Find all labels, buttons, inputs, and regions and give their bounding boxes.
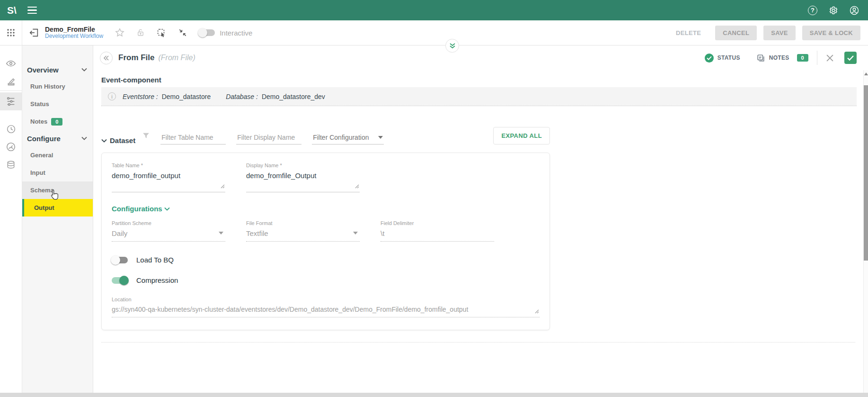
database-stack-icon[interactable] [0,156,22,174]
partition-scheme-select[interactable]: Partition Scheme Daily [112,220,225,242]
filter-funnel-icon[interactable] [142,132,150,140]
table-name-value[interactable]: demo_fromfile_output [112,171,225,180]
expand-all-button[interactable]: EXPAND ALL [493,127,550,144]
rail-divider [0,90,22,91]
visibility-eye-icon[interactable] [0,54,22,72]
resize-grip-icon[interactable] [535,307,539,316]
resize-grip-icon[interactable] [355,182,359,190]
select-components-icon[interactable] [156,27,167,38]
chevron-down-icon [101,139,107,143]
scroll-up-arrow-icon[interactable] [864,72,868,75]
sidebar-item-run-history[interactable]: Run History [22,78,93,95]
configurations-toggle[interactable]: Configurations [112,205,540,213]
filter-display-name-input[interactable] [236,132,301,144]
display-name-value[interactable]: demo_fromfile_Output [246,171,360,180]
location-field[interactable]: Location gs://syn400-qa-kubernetes/syn-c… [112,297,540,317]
database-value: Demo_datastore_dev [262,93,325,100]
status-button[interactable]: STATUS [705,54,740,63]
eventstore-label: Eventstore : [123,93,158,100]
cancel-button[interactable]: CANCEL [715,26,757,40]
notes-count-badge: 0 [797,54,808,62]
filter-configuration-select[interactable]: Filter Configuration [312,132,384,144]
brand-logo: S\ [0,5,24,16]
pipeline-config-icon[interactable] [0,92,22,110]
help-icon[interactable]: ? [807,5,818,16]
section-divider [101,342,855,343]
notes-icon [756,54,765,63]
vertical-scrollbar[interactable] [863,70,868,393]
sidebar-item-input[interactable]: Input [22,164,93,181]
location-value: gs://syn400-qa-kubernetes/syn-cluster-da… [112,306,540,313]
chevron-down-icon [219,232,223,235]
account-icon[interactable] [849,5,859,16]
info-icon: i [108,92,116,100]
save-button[interactable]: SAVE [763,26,796,40]
sidebar-item-schema[interactable]: Schema [22,181,93,199]
save-lock-button[interactable]: SAVE & LOCK [802,26,860,40]
horizontal-scrollbar[interactable] [0,393,868,397]
app-window: S\ ? Demo_FromFile Development Workflow [0,0,868,397]
sidebar-section-configure[interactable]: Configure [22,130,93,146]
filter-table-name-input[interactable] [160,132,226,144]
component-subtitle: (From File) [159,54,195,62]
display-name-label: Display Name * [246,162,360,168]
dataset-filter-row: Dataset Filter Configuration EXPAND ALL [101,127,550,144]
partition-scheme-label: Partition Scheme [112,220,225,226]
compression-toggle[interactable] [112,277,128,284]
table-name-field[interactable]: Table Name * demo_fromfile_output [112,162,225,192]
history-clock-icon[interactable] [0,120,22,138]
notes-count-badge: 0 [51,118,62,126]
exit-workflow-icon[interactable] [29,27,39,38]
scrollbar-thumb[interactable] [864,85,868,261]
sidebar-item-notes[interactable]: Notes 0 [22,113,93,130]
settings-gear-icon[interactable] [828,5,839,16]
file-format-value: Textfile [246,229,360,237]
hamburger-menu-icon[interactable] [27,7,37,14]
field-delimiter-label: Field Delimiter [381,220,494,226]
workflow-subtitle[interactable]: Development Workflow [45,33,103,40]
workflow-toolbar: Demo_FromFile Development Workflow Inter… [0,20,868,45]
sidebar-section-overview[interactable]: Overview [22,62,93,78]
display-name-field[interactable]: Display Name * demo_fromfile_Output [246,162,360,192]
header-divider [817,51,817,65]
app-top-bar: S\ ? [0,0,868,20]
component-panel-header: From File (From File) STATUS NOTES 0 [93,45,868,70]
edit-draft-icon[interactable] [0,72,22,90]
eventstore-info-bar: i Eventstore : Demo_datastore Database :… [101,87,857,106]
lock-icon[interactable] [136,28,145,37]
component-panel: From File (From File) STATUS NOTES 0 [93,45,868,393]
compression-label: Compression [136,276,178,284]
file-format-select[interactable]: File Format Textfile [246,220,360,242]
sidebar-item-general[interactable]: General [22,146,93,164]
field-delimiter-value: \t [381,229,494,237]
close-icon[interactable] [826,54,834,62]
event-component-heading: Event-component [101,76,857,84]
apps-grid-icon[interactable] [0,20,22,45]
collapse-left-icon[interactable] [100,52,113,64]
component-title: From File [118,53,155,63]
chevron-down-icon [81,68,87,72]
left-icon-rail [0,45,22,393]
interactive-toggle-label: Interactive [220,29,252,37]
favorite-star-icon[interactable] [115,27,125,38]
interactive-toggle[interactable] [199,29,215,36]
resize-grip-icon[interactable] [221,182,225,190]
component-checked-checkbox[interactable] [844,52,857,64]
sidebar-item-status[interactable]: Status [22,95,93,113]
dataset-collapse-toggle[interactable]: Dataset [101,136,135,144]
notes-button[interactable]: NOTES 0 [756,54,808,63]
chevron-down-icon [378,136,383,139]
config-sidebar: Overview Run History Status Notes 0 Conf… [22,45,93,393]
chevron-down-icon [164,207,170,211]
delete-button[interactable]: DELETE [668,26,709,40]
sidebar-item-output[interactable]: Output [22,199,93,217]
panel-collapse-chevron[interactable] [445,39,459,53]
load-to-bq-toggle[interactable] [112,257,128,263]
collapse-arrows-icon[interactable] [178,28,187,37]
eventstore-value: Demo_datastore [162,93,211,100]
table-name-label: Table Name * [112,162,225,168]
file-format-label: File Format [246,220,360,226]
status-check-icon [705,54,714,63]
dashboard-gauge-icon[interactable] [0,138,22,156]
field-delimiter-field[interactable]: Field Delimiter \t [381,220,494,242]
